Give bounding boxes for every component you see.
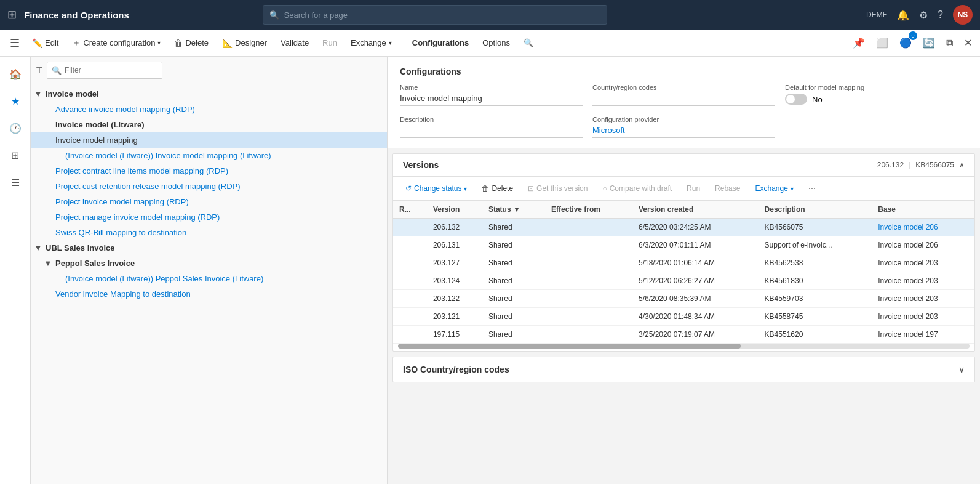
cell-created: 6/3/2020 07:01:11 AM [632,236,759,254]
compare-draft-button[interactable]: ○ Compare with draft [597,182,677,195]
default-mapping-toggle[interactable] [785,94,807,105]
table-row[interactable]: 203.127Shared5/18/2020 01:06:14 AMKB4562… [393,254,974,272]
user-avatar[interactable]: NS [953,5,973,25]
more-button[interactable]: ⋯ [803,182,821,195]
sidebar-recent[interactable]: 🕐 [3,116,28,140]
table-row[interactable]: 203.122Shared5/6/2020 08:35:39 AMKB45597… [393,290,974,308]
get-version-button[interactable]: ⊡ Get this version [523,182,592,195]
refresh-icon[interactable]: 🔄 [920,34,938,52]
tree-item[interactable]: ▼Peppol Sales Invoice [31,256,387,271]
cell-status: Shared [482,326,545,344]
toggle-row: No [785,94,968,105]
cell-effective [545,219,632,236]
tree-item-label: Project cust retention release model map… [55,182,241,191]
tree-item[interactable]: Swiss QR-Bill mapping to destination [31,225,387,240]
tree-item[interactable]: (Invoice model (Litware)) Peppol Sales I… [31,271,387,286]
cell-effective [545,254,632,272]
table-row[interactable]: 206.131Shared6/3/2020 07:01:11 AMSupport… [393,236,974,254]
create-config-button[interactable]: ＋ Create configuration ▾ [66,34,167,52]
tree-item[interactable]: Project contract line items model mappin… [31,163,387,179]
search-input[interactable] [284,10,600,20]
menu-icon[interactable]: ☰ [5,36,25,50]
tree-item-label: Project contract line items model mappin… [55,166,228,175]
help-icon[interactable]: ? [938,9,943,20]
status-chevron: ▾ [464,185,467,192]
validate-button[interactable]: Validate [274,35,315,50]
tree-item-label: Project invoice model mapping (RDP) [55,197,189,206]
run-button[interactable]: Run [316,35,343,50]
tree-item[interactable]: Invoice model (Litware) [31,117,387,132]
sidebar-home[interactable]: 🏠 [3,62,28,86]
provider-value[interactable]: Microsoft [592,126,775,138]
tree-item[interactable]: ▼Invoice model [31,86,387,102]
base-link[interactable]: Invoice model [878,223,923,232]
cell-base[interactable]: Invoice model 206 [872,219,974,236]
sidebar-list[interactable]: ☰ [3,170,28,195]
name-field: Name Invoice model mapping [400,84,583,106]
provider-field: Configuration provider Microsoft [592,116,775,138]
pin-icon[interactable]: 📌 [850,34,868,52]
versions-meta-separator: | [909,161,910,169]
versions-collapse-icon[interactable]: ∧ [959,161,965,169]
iso-section: ISO Country/region codes ∨ [392,357,975,382]
cell-version: 203.122 [427,290,482,308]
designer-button[interactable]: 📐 Designer [216,35,273,51]
tree-item[interactable]: Project cust retention release model map… [31,179,387,194]
exchange-button[interactable]: Exchange ▾ [345,35,398,50]
notifications-badge[interactable]: 🔵0 [896,34,915,52]
versions-delete-button[interactable]: 🗑 Delete [477,182,518,195]
tree-item[interactable]: Invoice model mapping [31,132,387,148]
scrollbar-thumb [398,344,741,349]
settings-icon[interactable]: ⚙ [919,9,928,21]
config-fields: Name Invoice model mapping Country/regio… [400,84,968,138]
change-status-button[interactable]: ↺ Change status ▾ [400,182,472,195]
table-row[interactable]: 206.132Shared6/5/2020 03:24:25 AMKB45660… [393,219,974,236]
tree-toggle: ▼ [33,243,43,252]
tree-item[interactable]: Advance invoice model mapping (RDP) [31,102,387,117]
tree-item[interactable]: (Invoice model (Litware)) Invoice model … [31,148,387,163]
grid-icon[interactable]: ⊞ [7,8,17,22]
filter-input-wrap: 🔍 [47,62,382,79]
versions-exchange-button[interactable]: Exchange ▾ [750,182,798,195]
tree-item[interactable]: Project manage invoice model mapping (RD… [31,209,387,225]
tree-item[interactable]: Vendor invoice Mapping to destination [31,286,387,302]
cell-status: Shared [482,290,545,308]
cell-description: KB4551620 [759,326,872,344]
tree-item[interactable]: ▼UBL Sales invoice [31,240,387,256]
cell-base: Invoice model 203 [872,272,974,290]
cell-status: Shared [482,308,545,326]
cell-created: 3/25/2020 07:19:07 AM [632,326,759,344]
table-row[interactable]: 203.121Shared4/30/2020 01:48:34 AMKB4558… [393,308,974,326]
toggle-knob [786,95,795,103]
description-label: Description [400,116,583,123]
sidebar-favorites[interactable]: ★ [3,89,28,113]
right-panel: Configurations Name Invoice model mappin… [388,57,980,484]
rebase-button[interactable]: Rebase [710,182,745,195]
config-header: Configurations Name Invoice model mappin… [388,57,980,148]
top-nav-right: DEMF 🔔 ⚙ ? NS [866,5,973,25]
configurations-tab[interactable]: Configurations [406,35,475,50]
sidebar-workspace[interactable]: ⊞ [3,143,28,167]
iso-header[interactable]: ISO Country/region codes ∨ [393,357,974,382]
filter-input[interactable] [47,62,162,79]
close-icon[interactable]: ✕ [961,34,975,52]
expand-icon[interactable]: ⬜ [873,34,891,52]
cell-effective [545,326,632,344]
edit-button[interactable]: ✏️ Edit [26,35,65,51]
window-icon[interactable]: ⧉ [943,34,956,52]
main-layout: 🏠 ★ 🕐 ⊞ ☰ ⊤ 🔍 ▼Invoice modelAdvance invo… [0,57,980,484]
versions-header-row: R... Version Status ▼ Effective from Ver… [393,201,974,219]
options-tab[interactable]: Options [476,35,516,50]
tree-item[interactable]: Project invoice model mapping (RDP) [31,194,387,209]
table-row[interactable]: 197.115Shared3/25/2020 07:19:07 AMKB4551… [393,326,974,344]
app-title: Finance and Operations [24,10,129,20]
cell-r [393,290,427,308]
search-toolbar-button[interactable]: 🔍 [517,35,540,50]
table-row[interactable]: 203.124Shared5/12/2020 06:26:27 AMKB4561… [393,272,974,290]
cell-status: Shared [482,254,545,272]
versions-run-button[interactable]: Run [682,182,705,195]
cell-r [393,326,427,344]
delete-button[interactable]: 🗑 Delete [168,35,215,51]
horizontal-scrollbar[interactable] [398,344,970,349]
notification-icon[interactable]: 🔔 [897,9,909,21]
